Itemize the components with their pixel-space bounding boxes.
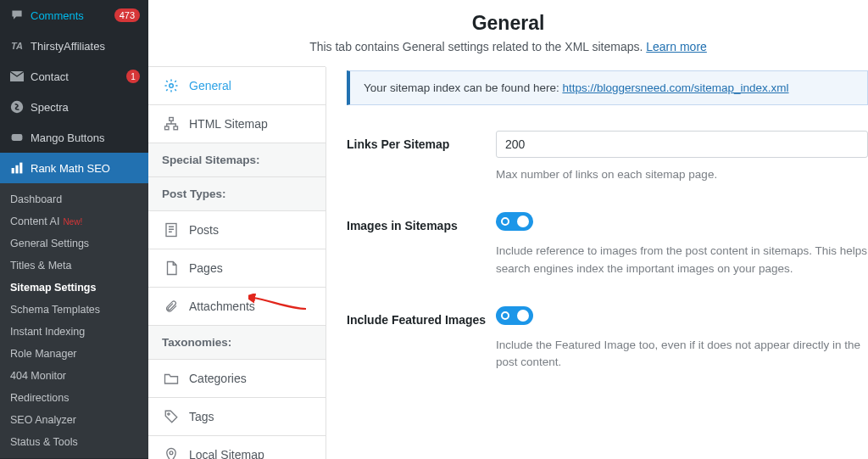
sidebar-item-contact[interactable]: Contact 1 <box>0 61 148 92</box>
sidebar-label: Rank Math SEO <box>31 162 140 175</box>
field-help: Max number of links on each sitemap page… <box>496 166 868 183</box>
images-toggle[interactable] <box>496 212 533 231</box>
learn-more-link[interactable]: Learn more <box>646 40 707 53</box>
sitemap-index-link[interactable]: https://bloggersneed.com/sitemap_index.x… <box>562 81 788 94</box>
page-header: General This tab contains General settin… <box>148 0 868 67</box>
tab-label: HTML Sitemap <box>189 117 268 131</box>
post-icon <box>162 222 181 238</box>
count-badge: 473 <box>114 8 140 22</box>
paperclip-icon <box>162 299 181 314</box>
main-panel: General This tab contains General settin… <box>148 0 868 459</box>
links-per-sitemap-input[interactable] <box>496 131 868 158</box>
mail-icon <box>8 68 25 85</box>
tab-general[interactable]: General <box>148 66 326 105</box>
tab-attachments[interactable]: Attachments <box>148 287 326 326</box>
tab-categories[interactable]: Categories <box>148 359 326 398</box>
location-icon <box>162 447 181 459</box>
folder-icon <box>162 371 181 386</box>
svg-point-11 <box>168 413 170 415</box>
sidebar-item-rankmath[interactable]: Rank Math SEO <box>0 153 148 183</box>
notice-text: Your sitemap index can be found here: <box>364 81 562 94</box>
submenu-role-manager[interactable]: Role Manager <box>0 343 148 365</box>
submenu-seo-analyzer[interactable]: SEO Analyzer <box>0 409 148 431</box>
field-include-featured-images: Include Featured Images Include the Feat… <box>347 306 868 372</box>
submenu-label: Content AI <box>10 216 59 227</box>
svg-rect-4 <box>15 165 18 174</box>
tab-label: Local Sitemap <box>189 448 264 459</box>
tab-section-special: Special Sitemaps: <box>148 143 326 177</box>
tab-pages[interactable]: Pages <box>148 249 326 288</box>
chart-icon <box>8 160 25 176</box>
svg-rect-9 <box>174 126 178 130</box>
field-help: Include reference to images from the pos… <box>496 243 868 277</box>
submenu-general-settings[interactable]: General Settings <box>0 232 148 255</box>
svg-rect-2 <box>12 134 23 141</box>
sidebar-item-spectra[interactable]: Spectra <box>0 92 148 122</box>
field-images-in-sitemaps: Images in Sitemaps Include reference to … <box>347 212 868 277</box>
sidebar-label: Spectra <box>31 101 140 114</box>
rankmath-submenu: Dashboard Content AINew! General Setting… <box>0 183 148 458</box>
page-subtitle: This tab contains General settings relat… <box>148 40 868 53</box>
settings-form: Your sitemap index can be found here: ht… <box>326 67 868 459</box>
svg-point-6 <box>170 84 174 88</box>
new-tag: New! <box>63 217 82 227</box>
field-links-per-sitemap: Links Per Sitemap Max number of links on… <box>347 131 868 183</box>
sidebar-label: Comments <box>31 9 114 22</box>
tab-section-taxonomies: Taxonomies: <box>148 326 326 360</box>
count-badge: 1 <box>126 70 140 83</box>
spectra-icon <box>8 98 25 115</box>
tag-icon <box>162 409 181 424</box>
featured-toggle[interactable] <box>496 306 533 325</box>
tab-label: Attachments <box>189 299 255 313</box>
submenu-404-monitor[interactable]: 404 Monitor <box>0 365 148 387</box>
submenu-instant-indexing[interactable]: Instant Indexing <box>0 321 148 343</box>
tab-posts[interactable]: Posts <box>148 210 326 249</box>
submenu-sitemap-settings[interactable]: Sitemap Settings <box>0 277 148 299</box>
svg-point-12 <box>170 451 173 455</box>
tab-tags[interactable]: Tags <box>148 397 326 436</box>
tab-label: Posts <box>189 223 219 237</box>
tab-local-sitemap[interactable]: Local Sitemap <box>148 435 326 459</box>
sidebar-item-comments[interactable]: Comments 473 <box>0 0 148 31</box>
svg-rect-7 <box>170 118 174 121</box>
submenu-status-tools[interactable]: Status & Tools <box>0 431 148 453</box>
svg-rect-8 <box>165 126 170 130</box>
sidebar-label: ThirstyAffiliates <box>31 40 140 53</box>
svg-rect-3 <box>12 168 14 173</box>
field-help: Include the Featured Image too, even if … <box>496 337 868 372</box>
field-label: Images in Sitemaps <box>347 212 496 277</box>
comment-icon <box>8 7 25 24</box>
sidebar-label: Mango Buttons <box>31 132 140 144</box>
tab-label: Categories <box>189 372 247 385</box>
submenu-content-ai[interactable]: Content AINew! <box>0 210 148 232</box>
sitemap-notice: Your sitemap index can be found here: ht… <box>347 70 868 105</box>
tab-label: General <box>189 79 231 92</box>
page-title: General <box>148 12 868 35</box>
svg-rect-5 <box>19 163 22 174</box>
tab-section-posttypes: Post Types: <box>148 177 326 211</box>
submenu-dashboard[interactable]: Dashboard <box>0 188 148 210</box>
submenu-redirections[interactable]: Redirections <box>0 387 148 409</box>
sidebar-item-mango[interactable]: Mango Buttons <box>0 122 148 153</box>
sidebar-item-thirstyaffiliates[interactable]: TA ThirstyAffiliates <box>0 31 148 61</box>
gear-icon <box>162 78 181 93</box>
tab-label: Pages <box>189 261 223 275</box>
page-icon <box>162 260 181 276</box>
wp-admin-sidebar: Comments 473 TA ThirstyAffiliates Contac… <box>0 0 148 459</box>
svg-rect-10 <box>166 224 176 237</box>
field-label: Include Featured Images <box>347 306 496 372</box>
field-label: Links Per Sitemap <box>347 131 496 183</box>
sidebar-label: Contact <box>31 70 126 83</box>
submenu-titles-meta[interactable]: Titles & Meta <box>0 255 148 277</box>
tab-html-sitemap[interactable]: HTML Sitemap <box>148 104 326 143</box>
tab-label: Tags <box>189 410 214 423</box>
ta-icon: TA <box>8 37 25 54</box>
mango-icon <box>8 129 25 146</box>
submenu-schema-templates[interactable]: Schema Templates <box>0 299 148 321</box>
sitemap-icon <box>162 116 181 132</box>
settings-tabs: General HTML Sitemap Special Sitemaps: P… <box>148 67 326 459</box>
subtitle-text: This tab contains General settings relat… <box>309 40 646 53</box>
